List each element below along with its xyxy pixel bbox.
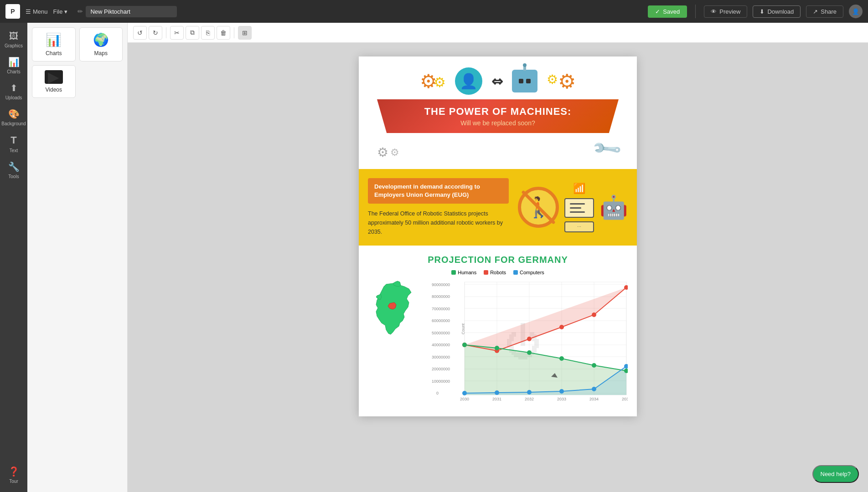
tour-icon: ❓ xyxy=(8,466,20,477)
undo-button[interactable]: ↺ xyxy=(133,26,147,40)
wrench-icon: 🔧 xyxy=(590,133,623,165)
background-icon: 🎨 xyxy=(8,108,20,119)
sidebar-item-tools[interactable]: 🔧 Tools xyxy=(1,158,26,183)
tools-icon: 🔧 xyxy=(8,161,20,172)
svg-point-47 xyxy=(559,389,564,394)
gear-yellow2-icon: ⚙ xyxy=(547,72,558,87)
chart-legend: Humans Robots Computers xyxy=(368,270,628,275)
yellow-right-icons: 🚶 📶 xyxy=(518,183,628,232)
slider-3 xyxy=(570,211,585,213)
svg-point-48 xyxy=(592,387,596,391)
title-banner: THE POWER OF MACHINES: Will we be replac… xyxy=(377,99,619,133)
copy-button[interactable]: ⧉ xyxy=(186,26,199,40)
svg-text:30000000: 30000000 xyxy=(432,355,450,359)
panel-item-videos[interactable]: ▶ Videos xyxy=(32,65,76,98)
svg-text:Count: Count xyxy=(461,323,465,335)
grid-button[interactable]: ⊞ xyxy=(238,26,252,40)
user-avatar[interactable]: 👤 xyxy=(849,5,863,18)
svg-text:2034: 2034 xyxy=(589,397,599,400)
bottom-gears: ⚙ ⚙ xyxy=(377,145,399,160)
panel-item-charts[interactable]: 📊 Charts xyxy=(32,27,76,62)
sidebar-item-tour[interactable]: ❓ Tour xyxy=(1,462,26,487)
cut-button[interactable]: ✂ xyxy=(170,26,184,40)
text-icon: T xyxy=(10,134,16,146)
svg-text:80000000: 80000000 xyxy=(432,294,450,299)
svg-point-42 xyxy=(592,363,596,368)
need-help-button[interactable]: Need help? xyxy=(812,465,859,483)
gear-gray-small-icon: ⚙ xyxy=(377,145,388,160)
svg-point-45 xyxy=(495,390,499,395)
sidebar-item-charts[interactable]: 📊 Charts xyxy=(1,53,26,78)
graphics-icon: 🖼 xyxy=(9,31,18,41)
svg-text:50000000: 50000000 xyxy=(432,331,450,335)
saved-button[interactable]: ✓ Saved xyxy=(648,5,687,18)
footer-icons-row: ⚙ ⚙ 🔧 xyxy=(368,138,628,160)
chart-container: 90000000 80000000 70000000 60000000 5000… xyxy=(368,280,628,407)
svg-point-41 xyxy=(559,356,564,361)
robot-figure xyxy=(512,70,537,92)
toolbar: ↺ ↻ ✂ ⧉ ⎘ 🗑 ⊞ xyxy=(128,23,868,43)
europe-map-svg xyxy=(368,280,427,357)
sidebar-item-uploads[interactable]: ⬆ Uploads xyxy=(1,79,26,104)
svg-text:2035: 2035 xyxy=(622,397,628,400)
svg-point-36 xyxy=(592,313,596,317)
document-title-input[interactable] xyxy=(86,6,177,17)
panel: 📊 Charts 🌍 Maps ▶ Videos xyxy=(27,23,128,492)
charts-icon: 📊 xyxy=(8,56,20,67)
robot-dots-box: ⋯ xyxy=(564,221,594,232)
infographic-canvas[interactable]: ⚙ ⚙ 👤 ⇔ xyxy=(359,56,637,416)
projection-chart-svg: 90000000 80000000 70000000 60000000 5000… xyxy=(432,280,628,400)
svg-point-38 xyxy=(462,343,467,347)
sidebar-item-graphics[interactable]: 🖼 Graphics xyxy=(1,27,26,52)
videos-panel-icon: ▶ xyxy=(45,70,63,84)
menu-button[interactable]: ☰ Menu xyxy=(26,8,48,15)
svg-text:60000000: 60000000 xyxy=(432,318,450,323)
robots-legend-dot xyxy=(484,270,488,275)
delete-button[interactable]: 🗑 xyxy=(217,26,230,40)
legend-humans: Humans xyxy=(451,270,476,275)
person-circle-icon: 👤 xyxy=(455,67,482,95)
svg-point-40 xyxy=(527,350,532,355)
svg-text:20000000: 20000000 xyxy=(432,367,450,371)
topbar: P ☰ Menu File ▾ ✏ ✓ Saved 👁 Preview ⬇ Do… xyxy=(0,0,868,23)
panel-item-maps[interactable]: 🌍 Maps xyxy=(79,27,123,62)
header-icons-row: ⚙ ⚙ 👤 ⇔ xyxy=(368,67,628,95)
svg-point-39 xyxy=(495,346,499,350)
app-logo[interactable]: P xyxy=(5,4,20,19)
controls-robot-group: 📶 ⋯ xyxy=(564,183,594,232)
infographic-subtitle: Will we be replaced soon? xyxy=(391,119,605,127)
robot-antenna-ball xyxy=(523,63,527,67)
infographic-main-title: THE POWER OF MACHINES: xyxy=(391,106,605,118)
yellow-section: Development in demand according to Emplo… xyxy=(359,169,637,246)
paste-button[interactable]: ⎘ xyxy=(201,26,215,40)
canvas-wrapper: ⚙ ⚙ 👤 ⇔ xyxy=(128,43,868,492)
share-button[interactable]: ↗ Share xyxy=(806,5,843,18)
svg-text:2031: 2031 xyxy=(492,397,501,400)
sidebar-item-background[interactable]: 🎨 Background xyxy=(1,105,26,130)
sidebar-item-text[interactable]: T Text xyxy=(1,131,26,157)
robot-eyes xyxy=(519,79,531,83)
download-button[interactable]: ⬇ Download xyxy=(753,5,801,18)
svg-text:2030: 2030 xyxy=(460,397,469,400)
robot-eye-right xyxy=(526,79,531,83)
svg-point-44 xyxy=(462,391,467,395)
robot2-icon: 🤖 xyxy=(599,194,628,220)
sliders xyxy=(570,203,589,213)
toolbar-separator-1 xyxy=(166,27,166,38)
gear-yellow-icon: ⚙ xyxy=(434,74,446,90)
computers-legend-dot xyxy=(513,270,518,275)
toolbar-separator-2 xyxy=(234,27,234,38)
gear-orange2-icon: ⚙ xyxy=(558,70,576,93)
svg-text:90000000: 90000000 xyxy=(432,282,450,287)
redo-button[interactable]: ↻ xyxy=(149,26,162,40)
charts-panel-icon: 📊 xyxy=(46,32,62,47)
left-gears: ⚙ ⚙ xyxy=(420,70,446,92)
svg-text:2033: 2033 xyxy=(557,397,566,400)
person-icon: 👤 xyxy=(460,72,478,90)
preview-button[interactable]: 👁 Preview xyxy=(704,5,747,18)
yellow-left-content: Development in demand according to Emplo… xyxy=(368,178,509,236)
svg-text:10000000: 10000000 xyxy=(432,379,450,384)
file-menu[interactable]: File ▾ xyxy=(53,8,68,15)
robot-eye-left xyxy=(519,79,523,83)
svg-text:70000000: 70000000 xyxy=(432,307,450,311)
